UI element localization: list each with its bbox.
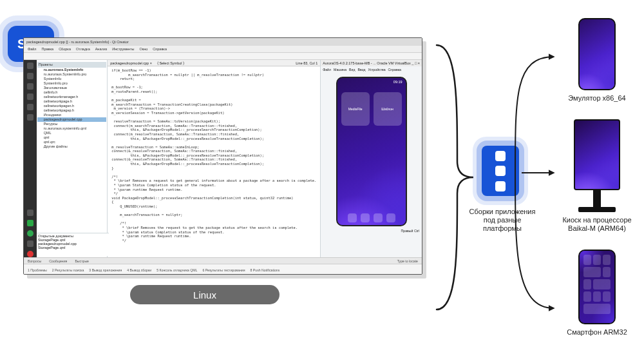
dock-app-icon[interactable] xyxy=(386,213,395,222)
open-doc-item[interactable]: StoragePage.qml xyxy=(38,246,108,250)
menu-analyze[interactable]: Анализ xyxy=(95,47,108,51)
project-tree-header: Проекты xyxy=(37,62,106,68)
vm-menu[interactable]: Файл xyxy=(323,68,331,72)
ide-title: packagesdropmodel.cpp [] - ru.auroraos.S… xyxy=(26,40,129,44)
kiosk-device xyxy=(574,119,620,212)
smartphone-device xyxy=(578,250,616,324)
target-kiosk: Киоск на процессоре Baikal-M (ARM64) xyxy=(555,119,639,233)
tree-item[interactable]: ru.auroraos.systeminfo.qml xyxy=(37,126,106,131)
editor-content[interactable]: if(m_bootRow == -1) m_searchTransaction … xyxy=(108,66,320,257)
vm-panel: AuroraOS-4.0.2.175-base-MB - ... Oracle … xyxy=(320,60,422,257)
status-quick[interactable]: Быстрые xyxy=(75,259,89,263)
platform-label-linux: Linux xyxy=(130,285,279,304)
vm-menu[interactable]: Ввод xyxy=(357,68,365,72)
build-button-icon[interactable] xyxy=(27,240,33,247)
output-tab[interactable]: 1 Проблемы xyxy=(28,268,47,272)
vm-card[interactable]: MediaFile xyxy=(341,92,370,126)
line-col-indicator: Line 83, Col 1 xyxy=(296,61,317,65)
ide-titlebar: packagesdropmodel.cpp [] - ru.auroraos.S… xyxy=(24,38,422,46)
menu-file[interactable]: Файл xyxy=(28,47,37,51)
editor-tabs: packagesdropmodel.cpp × ⟨ Select Symbol … xyxy=(108,60,320,66)
mode-bar[interactable] xyxy=(24,60,37,257)
vm-titlebar: AuroraOS-4.0.2.175-base-MB - ... Oracle … xyxy=(321,60,422,66)
menu-window[interactable]: Окно xyxy=(140,47,148,51)
tree-item[interactable]: cellnetworkpagep.h xyxy=(37,108,106,113)
targets-column: Эмулятор x86_64 Киоск на процессоре Baik… xyxy=(555,18,639,337)
tree-item[interactable]: qml xyxy=(37,135,106,140)
menu-build[interactable]: Сборка xyxy=(59,47,71,51)
dock-app-icon[interactable] xyxy=(374,213,383,222)
dock-app-icon[interactable] xyxy=(348,213,357,222)
tree-item[interactable]: cellinfo.h xyxy=(37,90,106,95)
menu-help[interactable]: Справка xyxy=(153,47,167,51)
project-tree[interactable]: Проекты ru.auroraos.SystemInfo ru.aurora… xyxy=(37,60,108,257)
mode-edit-icon[interactable] xyxy=(27,73,33,79)
vm-window-controls[interactable]: Oracle VM VirtualBox _ □ × xyxy=(377,61,420,65)
dock-app-icon[interactable] xyxy=(361,213,370,222)
vm-menu[interactable]: Справка xyxy=(388,68,401,72)
tree-folder-other[interactable]: Другие файлы xyxy=(37,144,106,149)
project-root[interactable]: ru.auroraos.SystemInfo xyxy=(37,68,106,72)
mode-projects-icon[interactable] xyxy=(27,104,33,110)
symbol-selector[interactable]: ⟨ Select Symbol ⟩ xyxy=(157,61,184,65)
vm-host-key: Правый Ctrl xyxy=(321,228,422,234)
run-button-icon[interactable] xyxy=(27,220,33,226)
tree-folder-qml[interactable]: QML xyxy=(37,131,106,135)
target-emulator-label: Эмулятор x86_64 xyxy=(568,94,625,103)
vm-dock xyxy=(348,213,395,222)
menu-edit[interactable]: Правка xyxy=(42,47,54,51)
vm-cards: MediaFile Шаблон xyxy=(341,92,402,126)
build-square-icon xyxy=(495,181,506,191)
tree-folder-headers[interactable]: Заголовочные xyxy=(37,86,106,90)
kit-selector-icon[interactable] xyxy=(27,210,33,216)
tree-folder-resources[interactable]: Ресурсы xyxy=(37,122,106,126)
output-tab[interactable]: 3 Вывод приложения xyxy=(89,268,122,272)
tree-item-selected[interactable]: packagesdropmodel.cpp xyxy=(37,117,106,122)
vm-menubar: Файл Машина Вид Ввод Устройства Справка xyxy=(321,66,422,73)
open-documents[interactable]: Открытые документы StoragePage.qml packa… xyxy=(37,233,109,256)
vm-menu[interactable]: Устройства xyxy=(368,68,385,72)
status-issues[interactable]: Вопросы xyxy=(28,259,41,263)
status-messages[interactable]: Сообщения xyxy=(49,259,67,263)
stop-button-icon[interactable] xyxy=(27,251,33,257)
ide-locator-bar: Вопросы Сообщения Быстрые Type to locate xyxy=(24,257,422,264)
ide-menubar: Файл Правка Сборка Отладка Анализ Инстру… xyxy=(24,46,422,52)
mode-welcome-icon[interactable] xyxy=(27,63,33,69)
tree-item[interactable]: cellnetworkmanager.h xyxy=(37,95,106,99)
tree-item[interactable]: SystemInfo.pro xyxy=(37,81,106,86)
output-tab[interactable]: 5 Консоль отладчика QML xyxy=(156,268,197,272)
vm-card[interactable]: Шаблон xyxy=(374,92,402,126)
mode-debug-icon[interactable] xyxy=(27,93,33,100)
ide-toolbars xyxy=(24,52,422,60)
vm-title: AuroraOS-4.0.2.175-base-MB - ... xyxy=(323,61,376,65)
output-tab[interactable]: 8 Push Notifications xyxy=(251,268,280,272)
target-smartphone: Смартфон ARM32 xyxy=(567,250,627,337)
target-smartphone-label: Смартфон ARM32 xyxy=(567,328,627,337)
target-kiosk-label: Киоск на процессоре Baikal-M (ARM64) xyxy=(555,216,639,233)
debug-run-icon[interactable] xyxy=(27,230,33,237)
tree-item[interactable]: cellnetworkpage.h xyxy=(37,99,106,104)
mode-design-icon[interactable] xyxy=(27,83,33,90)
output-tab[interactable]: 6 Результаты тестирования xyxy=(202,268,245,272)
mode-help-icon[interactable] xyxy=(27,114,33,121)
linux-label: Linux xyxy=(193,289,216,300)
tree-item[interactable]: cellnetworkpagen.h xyxy=(37,104,106,108)
tree-item[interactable]: qml.qrc xyxy=(37,140,106,144)
vm-menu[interactable]: Машина xyxy=(334,68,346,72)
vm-phone: 09:19 MediaFile Шаблон xyxy=(336,77,407,226)
tree-folder-sources[interactable]: Исходники xyxy=(37,113,106,117)
locator-hint[interactable]: Type to locate xyxy=(397,259,418,263)
code-editor[interactable]: packagesdropmodel.cpp × ⟨ Select Symbol … xyxy=(108,60,320,257)
tree-item[interactable]: SystemInfo xyxy=(37,77,106,81)
editor-tab-active[interactable]: packagesdropmodel.cpp × xyxy=(110,61,152,65)
ide-output-tabs: 1 Проблемы 2 Результаты поиска 3 Вывод п… xyxy=(24,264,422,275)
build-square-icon xyxy=(495,151,506,161)
output-tab[interactable]: 4 Вывод сборки xyxy=(127,268,151,272)
menu-debug[interactable]: Отладка xyxy=(76,47,90,51)
output-tab[interactable]: 2 Результаты поиска xyxy=(52,268,84,272)
menu-tools[interactable]: Инструменты xyxy=(112,47,134,51)
project-pro[interactable]: ru.auroraos.SystemInfo.pro xyxy=(37,72,106,77)
build-square-icon xyxy=(495,166,506,176)
ide-window: packagesdropmodel.cpp [] - ru.auroraos.S… xyxy=(23,37,422,275)
vm-menu[interactable]: Вид xyxy=(349,68,355,72)
